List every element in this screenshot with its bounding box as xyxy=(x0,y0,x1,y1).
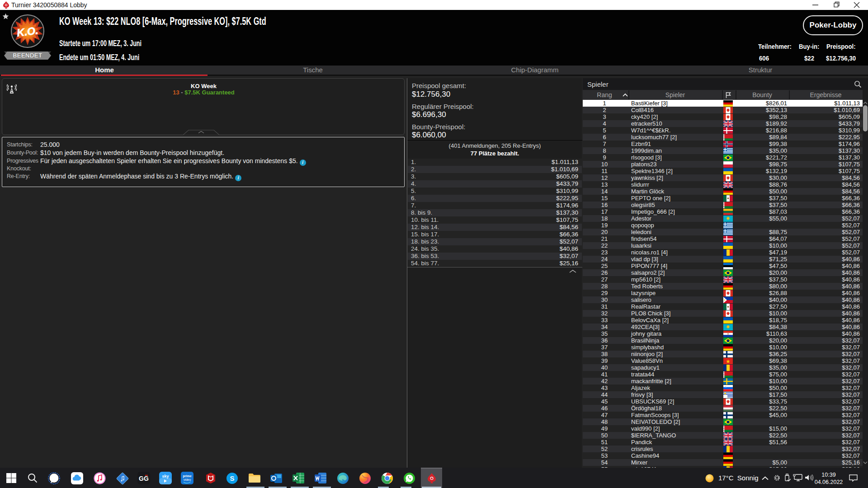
svg-text:prime: prime xyxy=(183,474,191,478)
svg-text:video: video xyxy=(184,478,191,481)
svg-text:sky: sky xyxy=(162,474,169,479)
svg-text:GG: GG xyxy=(139,475,149,482)
svg-text:S: S xyxy=(230,474,234,482)
